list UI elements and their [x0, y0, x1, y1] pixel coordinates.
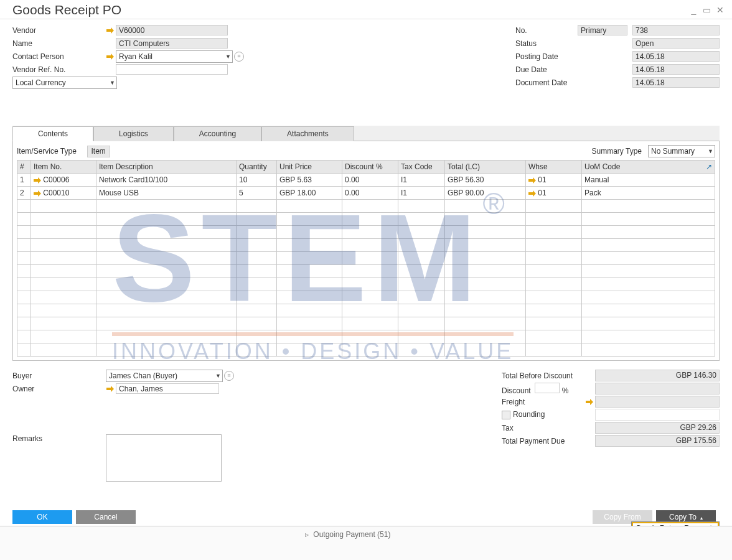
link-arrow-icon[interactable] — [585, 398, 594, 406]
ok-button[interactable]: OK — [12, 510, 72, 524]
buyer-label: Buyer — [12, 371, 106, 380]
item-service-type-label: Item/Service Type — [17, 147, 77, 156]
document-panel: No. Primary 738 Status Open Posting Date… — [515, 24, 720, 88]
table-row[interactable] — [17, 330, 715, 343]
total-due-value: GBP 175.56 — [595, 435, 720, 447]
doc-date-field[interactable]: 14.05.18 — [632, 77, 720, 88]
discount-value — [595, 383, 720, 394]
total-due-label: Total Payment Due — [502, 437, 595, 446]
col-idx[interactable]: # — [17, 161, 31, 174]
summary-type-select[interactable]: No Summary▼ — [648, 145, 715, 157]
outgoing-payment-link[interactable]: Outgoing Payment (51) — [313, 530, 390, 539]
maximize-icon[interactable]: ▭ — [702, 5, 713, 15]
due-date-field[interactable]: 14.05.18 — [632, 64, 720, 75]
col-disc[interactable]: Discount % — [342, 161, 398, 174]
item-service-type-field[interactable]: Item — [87, 146, 110, 157]
tab-logistics[interactable]: Logistics — [93, 126, 174, 141]
table-row[interactable] — [17, 265, 715, 278]
col-whse[interactable]: Whse — [526, 161, 582, 174]
vendor-ref-input[interactable] — [116, 64, 228, 75]
rounding-label: Rounding — [502, 410, 595, 419]
button-bar: OK Cancel Copy From Copy To▴ — [12, 510, 720, 524]
vendor-name-field: CTI Computers — [116, 38, 228, 49]
table-row[interactable] — [17, 252, 715, 265]
owner-field[interactable]: Chan, James — [116, 383, 219, 394]
tax-label: Tax — [502, 424, 595, 432]
vendor-code-field[interactable]: V60000 — [116, 25, 228, 35]
summary-type-label: Summary Type — [592, 147, 642, 156]
contact-person-select[interactable]: Ryan Kalil▼ — [116, 50, 233, 63]
col-price[interactable]: Unit Price — [277, 161, 342, 174]
minimize-icon[interactable]: _ — [688, 5, 699, 15]
line-items-grid[interactable]: # Item No. Item Description Quantity Uni… — [17, 160, 715, 357]
doc-number-field[interactable]: 738 — [632, 25, 720, 35]
link-arrow-icon[interactable] — [106, 385, 115, 393]
contact-define-new-icon[interactable]: ≡ — [234, 52, 244, 62]
vendor-panel: Vendor V60000 Name CTI Computers Contact… — [12, 24, 244, 88]
table-row[interactable]: 2 C00010Mouse USB5GBP 18.000.00I1GBP 90.… — [17, 187, 715, 200]
buyer-define-icon[interactable]: ≡ — [224, 371, 234, 381]
remarks-textarea[interactable] — [106, 434, 222, 482]
chevron-right-icon: ▹ — [305, 530, 309, 539]
status-label: Status — [515, 39, 578, 48]
table-row[interactable] — [17, 343, 715, 357]
tab-contents[interactable]: Contents — [12, 126, 93, 141]
table-row[interactable] — [17, 200, 715, 213]
vendor-label: Vendor — [12, 26, 106, 35]
tax-value: GBP 29.26 — [595, 422, 720, 434]
close-icon[interactable]: ✕ — [715, 5, 726, 15]
cancel-button[interactable]: Cancel — [76, 510, 136, 524]
contact-label: Contact Person — [12, 52, 106, 61]
link-arrow-icon[interactable] — [106, 27, 115, 34]
table-row[interactable] — [17, 317, 715, 330]
vendor-ref-label: Vendor Ref. No. — [12, 65, 106, 74]
no-label: No. — [515, 26, 578, 35]
posting-date-label: Posting Date — [515, 52, 578, 61]
table-row[interactable] — [17, 226, 715, 239]
posting-date-field[interactable]: 14.05.18 — [632, 51, 720, 62]
freight-value — [595, 396, 720, 408]
tab-accounting[interactable]: Accounting — [174, 126, 261, 141]
link-arrow-icon[interactable] — [34, 189, 41, 197]
tbd-label: Total Before Discount — [502, 371, 595, 380]
owner-label: Owner — [12, 385, 106, 393]
remarks-label: Remarks — [12, 434, 106, 443]
table-row[interactable] — [17, 304, 715, 317]
col-item-no[interactable]: Item No. — [31, 161, 96, 174]
col-qty[interactable]: Quantity — [237, 161, 277, 174]
name-label: Name — [12, 39, 106, 48]
status-field: Open — [632, 38, 720, 49]
table-row[interactable] — [17, 291, 715, 304]
titlebar: Goods Receipt PO _ ▭ ✕ — [0, 0, 732, 19]
status-strip: ▹ Outgoing Payment (51) — [0, 526, 732, 560]
col-uom[interactable]: UoM Code↗ — [582, 161, 715, 174]
col-total[interactable]: Total (LC) — [445, 161, 526, 174]
table-row[interactable] — [17, 278, 715, 291]
table-row[interactable]: 1 C00006Network Card10/10010GBP 5.630.00… — [17, 174, 715, 187]
due-date-label: Due Date — [515, 65, 578, 74]
doc-date-label: Document Date — [515, 78, 578, 87]
discount-pct-input[interactable] — [535, 383, 560, 393]
discount-label: Discount % — [502, 383, 595, 395]
buyer-select[interactable]: James Chan (Buyer)▼ — [106, 370, 223, 382]
no-series-field[interactable]: Primary — [578, 25, 627, 35]
currency-select[interactable]: Local Currency▼ — [12, 77, 117, 89]
expand-grid-icon[interactable]: ↗ — [706, 162, 712, 171]
rounding-value — [595, 409, 720, 421]
rounding-checkbox[interactable] — [502, 411, 510, 419]
tab-attachments[interactable]: Attachments — [261, 126, 354, 141]
tbd-value: GBP 146.30 — [595, 370, 720, 381]
link-arrow-icon[interactable] — [34, 175, 41, 184]
table-row[interactable] — [17, 239, 715, 252]
freight-label: Freight — [502, 398, 595, 406]
window-title: Goods Receipt PO — [12, 2, 121, 17]
col-tax[interactable]: Tax Code — [398, 161, 445, 174]
col-desc[interactable]: Item Description — [96, 161, 237, 174]
link-arrow-icon[interactable] — [106, 53, 115, 60]
link-arrow-icon[interactable] — [528, 175, 536, 184]
link-arrow-icon[interactable] — [528, 189, 536, 197]
table-row[interactable] — [17, 213, 715, 226]
tabstrip: Contents Logistics Accounting Attachment… — [12, 126, 720, 141]
